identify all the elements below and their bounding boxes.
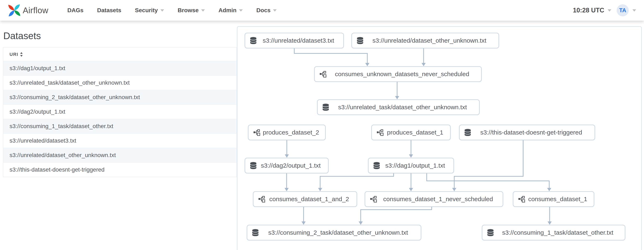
table-row[interactable]: s3://unrelated_task/dataset_other_unknow…: [3, 76, 237, 90]
dataset-uri-cell[interactable]: s3://dag2/output_1.txt: [3, 104, 237, 119]
arrowhead-icon: [302, 222, 306, 225]
arrowhead-icon: [365, 63, 370, 66]
table-row[interactable]: s3://dag2/output_1.txt: [3, 104, 237, 119]
graph-node-label: produces_dataset_2: [261, 129, 320, 136]
airflow-logo-icon: [8, 4, 21, 17]
navbar-right: 10:28 UTC TA: [573, 4, 636, 16]
graph-node-ds-unrelated-dataset3[interactable]: s3://unrelated/dataset3.txt: [244, 33, 344, 48]
table-row[interactable]: s3://consuming_2_task/dataset_other_unkn…: [3, 90, 237, 104]
database-icon: [373, 162, 380, 169]
table-row[interactable]: s3://this-dataset-doesnt-get-triggered: [3, 162, 237, 177]
dataset-uri-cell[interactable]: s3://consuming_2_task/dataset_other_unkn…: [3, 90, 237, 104]
datasets-list-panel: Datasets URI s3://dag1/outp: [3, 24, 237, 177]
chevron-down-icon: [160, 9, 164, 12]
nav-item-security[interactable]: Security: [135, 7, 164, 14]
graph-node-label: s3://unrelated/dataset_other_unknown.txt: [365, 37, 494, 44]
graph-node-dag-consumes-dataset-1[interactable]: consumes_dataset_1: [513, 191, 594, 207]
nav-item-label: Browse: [178, 7, 199, 14]
graph-node-label: consumes_unknown_datasets_never_schedule…: [328, 70, 476, 78]
dataset-uri-cell[interactable]: s3://dag1/output_1.txt: [3, 61, 237, 76]
nav-menu: DAGsDatasetsSecurityBrowseAdminDocs: [68, 7, 290, 14]
graph-node-dag-consumes-dataset-1-never-scheduled[interactable]: consumes_dataset_1_never_scheduled: [365, 191, 503, 207]
nav-item-label: Security: [135, 7, 158, 14]
nav-item-admin[interactable]: Admin: [218, 7, 243, 14]
top-navbar: Airflow DAGsDatasetsSecurityBrowseAdminD…: [0, 0, 644, 21]
airflow-brand[interactable]: Airflow: [8, 4, 48, 17]
arrowhead-icon: [409, 188, 413, 191]
chevron-down-icon: [239, 9, 243, 12]
graph-edge: [427, 174, 549, 188]
page-title: Datasets: [3, 30, 237, 42]
graph-node-dag-consumes-unknown-datasets-never-scheduled[interactable]: consumes_unknown_datasets_never_schedule…: [314, 66, 482, 82]
nav-item-label: Datasets: [97, 7, 121, 14]
table-row[interactable]: s3://unrelated/dataset_other_unknown.txt: [3, 148, 237, 162]
graph-node-ds-dag2-output-1[interactable]: s3://dag2/output_1.txt: [244, 158, 328, 174]
dag-icon: [253, 129, 260, 136]
database-icon: [464, 129, 471, 136]
dag-icon: [319, 70, 326, 78]
uri-header-label: URI: [10, 52, 18, 57]
clock-label: 10:28 UTC: [573, 6, 604, 14]
nav-item-browse[interactable]: Browse: [178, 7, 205, 14]
dataset-uri-cell[interactable]: s3://unrelated/dataset3.txt: [3, 134, 237, 148]
graph-node-ds-unrelated-task-dataset-other-unknown[interactable]: s3://unrelated_task/dataset_other_unknow…: [317, 99, 480, 115]
graph-node-label: produces_dataset_1: [385, 129, 446, 136]
nav-item-label: DAGs: [68, 7, 84, 14]
arrowhead-icon: [284, 188, 289, 191]
graph-node-label: s3://unrelated/dataset3.txt: [258, 37, 339, 44]
uri-column-header[interactable]: URI: [3, 48, 237, 61]
graph-node-dag-produces-dataset-1[interactable]: produces_dataset_1: [371, 124, 451, 140]
graph-edge: [454, 140, 523, 188]
sort-icon[interactable]: [20, 52, 23, 57]
graph-node-ds-dag1-output-1[interactable]: s3://dag1/output_1.txt: [368, 158, 454, 174]
database-icon: [252, 229, 259, 236]
dataset-uri-cell[interactable]: s3://unrelated/dataset_other_unknown.txt: [3, 148, 237, 162]
chevron-down-icon: [608, 9, 611, 12]
graph-node-ds-unrelated-dataset-other-unknown[interactable]: s3://unrelated/dataset_other_unknown.txt: [352, 33, 499, 48]
arrowhead-icon: [548, 222, 552, 225]
graph-node-ds-consuming-1-task-dataset-other[interactable]: s3://consuming_1_task/dataset_other.txt: [482, 225, 626, 240]
nav-item-label: Docs: [256, 7, 270, 14]
graph-node-label: consumes_dataset_1: [526, 196, 589, 202]
table-row[interactable]: s3://unrelated/dataset3.txt: [3, 134, 237, 148]
dataset-uri-cell[interactable]: s3://unrelated_task/dataset_other_unknow…: [3, 76, 237, 90]
graph-node-ds-consuming-2-task-dataset-other-unknown[interactable]: s3://consuming_2_task/dataset_other_unkn…: [247, 225, 421, 240]
graph-node-dag-consumes-dataset-1-and-2[interactable]: consumes_dataset_1_and_2: [253, 191, 357, 207]
graph-node-label: s3://dag1/output_1.txt: [382, 162, 449, 169]
graph-node-label: consumes_dataset_1_and_2: [266, 196, 352, 202]
nav-item-dags[interactable]: DAGs: [68, 7, 84, 14]
arrowhead-icon: [422, 63, 426, 66]
database-icon: [250, 162, 257, 169]
graph-node-label: s3://consuming_2_task/dataset_other_unkn…: [260, 229, 416, 236]
table-row[interactable]: s3://consuming_1_task/dataset_other.txt: [3, 119, 237, 134]
datasets-table: URI s3://dag1/output_1.txts3://unrelated…: [3, 47, 237, 177]
graph-node-ds-this-dataset-doesnt-get-triggered[interactable]: s3://this-dataset-doesnt-get-triggered: [459, 124, 595, 140]
avatar: TA: [617, 4, 629, 16]
chevron-down-icon: [632, 9, 636, 12]
dag-icon: [376, 129, 384, 136]
graph-edge: [320, 174, 394, 188]
graph-edge: [294, 48, 367, 64]
nav-item-datasets[interactable]: Datasets: [97, 7, 121, 14]
graph-node-label: s3://this-dataset-doesnt-get-triggered: [472, 129, 590, 136]
graph-node-label: s3://consuming_1_task/dataset_other.txt: [495, 229, 620, 236]
arrowhead-icon: [285, 154, 289, 158]
database-icon: [322, 104, 329, 111]
nav-item-label: Admin: [218, 7, 236, 14]
clock-dropdown[interactable]: 10:28 UTC: [573, 6, 611, 14]
arrowhead-icon: [547, 188, 551, 191]
dag-icon: [258, 196, 265, 202]
graph-edge: [361, 207, 432, 222]
graph-node-label: s3://unrelated_task/dataset_other_unknow…: [330, 104, 474, 111]
graph-node-dag-produces-dataset-2[interactable]: produces_dataset_2: [248, 124, 326, 140]
dataset-uri-cell[interactable]: s3://this-dataset-doesnt-get-triggered: [3, 162, 237, 177]
dataset-uri-cell[interactable]: s3://consuming_1_task/dataset_other.txt: [3, 119, 237, 134]
nav-item-docs[interactable]: Docs: [256, 7, 277, 14]
chevron-down-icon: [273, 9, 277, 12]
datasets-dependency-graph: s3://unrelated/dataset3.txts3://unrelate…: [237, 26, 642, 250]
user-menu[interactable]: TA: [617, 4, 636, 16]
brand-label: Airflow: [23, 6, 48, 15]
database-icon: [356, 37, 364, 44]
graph-node-label: consumes_dataset_1_never_scheduled: [378, 196, 498, 202]
table-row[interactable]: s3://dag1/output_1.txt: [3, 61, 237, 76]
